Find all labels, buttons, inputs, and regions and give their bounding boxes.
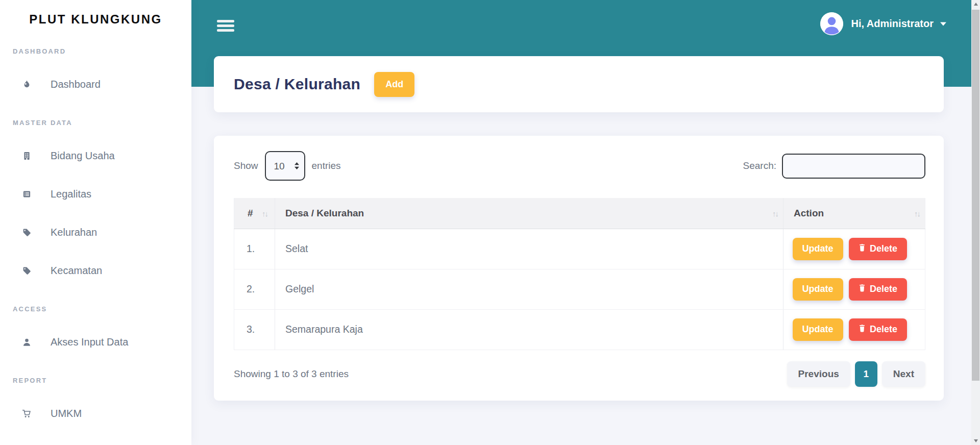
user-avatar-icon bbox=[820, 12, 843, 35]
row-name: Gelgel bbox=[275, 269, 783, 309]
column-header-action[interactable]: Action ↑↓ bbox=[783, 198, 925, 229]
sidebar-item-label: Akses Input Data bbox=[51, 336, 128, 348]
sidebar-item-kecamatan[interactable]: Kecamatan bbox=[0, 258, 191, 283]
entries-label: entries bbox=[312, 160, 341, 171]
sidebar-toggle-button[interactable] bbox=[217, 20, 234, 34]
row-actions: Update Delete bbox=[783, 229, 925, 269]
tag-icon bbox=[21, 228, 32, 237]
show-label: Show bbox=[234, 160, 258, 171]
fire-icon bbox=[21, 80, 32, 89]
page-length-select[interactable]: 10 bbox=[265, 151, 305, 181]
sort-icon: ↑↓ bbox=[262, 209, 267, 217]
entries-info: Showing 1 to 3 of 3 entries bbox=[234, 368, 349, 380]
user-icon bbox=[21, 338, 32, 347]
building-icon bbox=[21, 152, 32, 160]
sidebar-item-akses-input-data[interactable]: Akses Input Data bbox=[0, 329, 191, 355]
sidebar-section-report: REPORT bbox=[13, 377, 191, 384]
sidebar: PLUT KLUNGKUNG DASHBOARD Dashboard MASTE… bbox=[0, 0, 191, 445]
tag-icon bbox=[21, 266, 32, 275]
table-header-row: # ↑↓ Desa / Kelurahan ↑↓ Action ↑↓ bbox=[234, 198, 925, 229]
row-actions: Update Delete bbox=[783, 309, 925, 350]
sidebar-section-master-data: MASTER DATA bbox=[13, 119, 191, 127]
row-number: 1. bbox=[234, 229, 275, 269]
column-header-desa-kelurahan[interactable]: Desa / Kelurahan ↑↓ bbox=[275, 198, 783, 229]
update-button[interactable]: Update bbox=[793, 318, 843, 341]
page-header-card: Desa / Kelurahan Add bbox=[214, 56, 944, 112]
list-icon bbox=[21, 190, 32, 199]
sidebar-item-umkm[interactable]: UMKM bbox=[0, 401, 191, 426]
delete-button[interactable]: Delete bbox=[849, 278, 907, 301]
table-row: 3. Semarapura Kaja Update Delete bbox=[234, 309, 925, 350]
user-menu[interactable]: Hi, Administrator bbox=[820, 12, 947, 35]
table-footer: Showing 1 to 3 of 3 entries Previous 1 N… bbox=[234, 360, 925, 388]
scrollbar-up-arrow[interactable] bbox=[971, 0, 980, 8]
sidebar-item-label: Dashboard bbox=[51, 79, 101, 90]
data-table: # ↑↓ Desa / Kelurahan ↑↓ Action ↑↓ 1. bbox=[234, 198, 925, 350]
sidebar-item-legalitas[interactable]: Legalitas bbox=[0, 181, 191, 207]
brand-logo: PLUT KLUNGKUNG bbox=[0, 0, 191, 27]
column-header-number[interactable]: # ↑↓ bbox=[234, 198, 275, 229]
hamburger-icon bbox=[217, 29, 234, 32]
page-length-control: Show 10 entries bbox=[234, 151, 341, 181]
row-actions: Update Delete bbox=[783, 269, 925, 309]
update-button[interactable]: Update bbox=[793, 278, 843, 301]
trash-icon bbox=[859, 324, 866, 335]
sidebar-item-bidang-usaha[interactable]: Bidang Usaha bbox=[0, 143, 191, 168]
scrollbar-down-arrow[interactable] bbox=[971, 437, 980, 445]
add-button[interactable]: Add bbox=[374, 72, 414, 97]
trash-icon bbox=[859, 243, 866, 254]
scrollbar-thumb[interactable] bbox=[972, 10, 979, 381]
row-name: Selat bbox=[275, 229, 783, 269]
sidebar-item-label: Kecamatan bbox=[51, 265, 102, 277]
sidebar-item-label: UMKM bbox=[51, 408, 82, 419]
search-control: Search: bbox=[743, 154, 925, 179]
row-number: 3. bbox=[234, 309, 275, 350]
greeting-text: Hi, Administrator bbox=[851, 18, 934, 30]
caret-down-icon bbox=[940, 22, 946, 26]
sort-icon: ↑↓ bbox=[772, 209, 778, 217]
hamburger-icon bbox=[217, 24, 234, 27]
table-row: 2. Gelgel Update Delete bbox=[234, 269, 925, 309]
cart-icon bbox=[21, 409, 32, 418]
sidebar-section-dashboard: DASHBOARD bbox=[13, 47, 191, 55]
delete-button[interactable]: Delete bbox=[849, 238, 907, 260]
pagination: Previous 1 Next bbox=[787, 361, 925, 387]
delete-button[interactable]: Delete bbox=[849, 318, 907, 341]
sort-icon: ↑↓ bbox=[914, 209, 920, 217]
table-row: 1. Selat Update Delete bbox=[234, 229, 925, 269]
sidebar-item-kelurahan[interactable]: Kelurahan bbox=[0, 219, 191, 245]
sidebar-item-label: Legalitas bbox=[51, 188, 91, 200]
update-button[interactable]: Update bbox=[793, 238, 843, 260]
row-number: 2. bbox=[234, 269, 275, 309]
row-name: Semarapura Kaja bbox=[275, 309, 783, 350]
previous-page-button[interactable]: Previous bbox=[787, 361, 850, 387]
search-label: Search: bbox=[743, 160, 776, 171]
page-title: Desa / Kelurahan bbox=[234, 76, 360, 93]
page-1-button[interactable]: 1 bbox=[855, 361, 877, 387]
trash-icon bbox=[859, 284, 866, 294]
search-input[interactable] bbox=[782, 154, 925, 179]
next-page-button[interactable]: Next bbox=[882, 361, 925, 387]
table-controls: Show 10 entries Search: bbox=[234, 151, 925, 181]
hamburger-icon bbox=[217, 20, 234, 22]
sidebar-item-label: Kelurahan bbox=[51, 227, 97, 238]
page-scrollbar[interactable] bbox=[971, 0, 980, 445]
sidebar-item-label: Bidang Usaha bbox=[51, 150, 115, 162]
datatable-card: Show 10 entries Search: bbox=[214, 136, 944, 401]
sidebar-item-dashboard[interactable]: Dashboard bbox=[0, 71, 191, 97]
sidebar-section-access: ACCESS bbox=[13, 305, 191, 313]
